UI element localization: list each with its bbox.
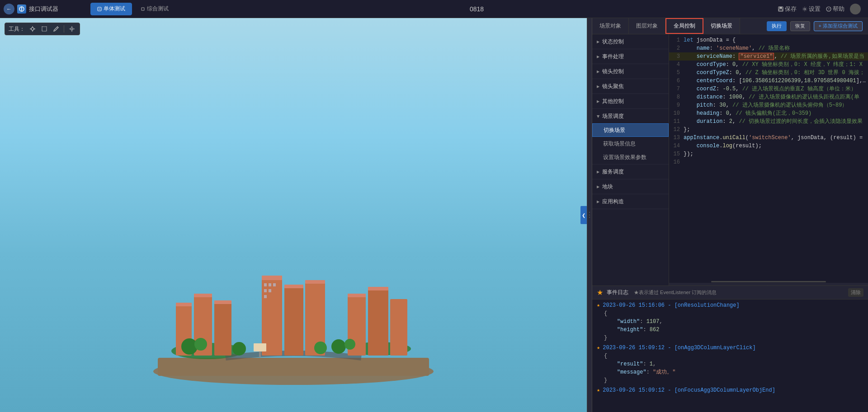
- top-bar: ← 接口调试器 单体测试 综合测试 0818 保存 设置 ? 帮助: [0, 0, 868, 18]
- event-body-2: { "result": 1, "message": "成功。" }: [604, 352, 863, 384]
- event-log-header: ★ 事件日志 ★表示通过 EventListener 订阅的消息 清除: [592, 286, 868, 300]
- chevron-icon: ▶: [597, 84, 599, 89]
- tab-integration-test[interactable]: 综合测试: [134, 3, 175, 15]
- svg-point-7: [804, 8, 806, 10]
- event-log: ★ 事件日志 ★表示通过 EventListener 订阅的消息 清除 ★ 20…: [592, 286, 868, 412]
- svg-rect-29: [284, 286, 303, 356]
- svg-rect-36: [368, 287, 388, 290]
- star-icon: ★: [597, 288, 603, 297]
- code-line-7: 7 coordZ: -0.5, // 进入场景视点的垂直Z 轴高度（单位：米）: [669, 85, 868, 93]
- restore-button[interactable]: 恢复: [790, 21, 810, 31]
- group-other-control-header[interactable]: ▶ 其他控制: [592, 94, 669, 108]
- svg-rect-51: [264, 295, 267, 298]
- svg-point-41: [344, 339, 355, 350]
- event-entry-1: ★ 2023-09-26 15:16:06 - [onResolutionCha…: [597, 301, 863, 342]
- main-tabs: 单体测试 综合测试: [90, 3, 175, 15]
- event-entry-3: ★ 2023-09-26 15:09:12 - [onFocusAgg3DCol…: [597, 386, 863, 394]
- svg-rect-24: [194, 294, 212, 297]
- svg-rect-22: [176, 303, 192, 306]
- code-line-12: 12 };: [669, 126, 868, 134]
- sidebar-item-set-scene-effect[interactable]: 设置场景效果参数: [592, 150, 669, 164]
- svg-rect-44: [254, 343, 266, 351]
- center-title: 0818: [175, 5, 778, 13]
- user-avatar[interactable]: [850, 4, 861, 14]
- group-scene-schedule-header[interactable]: ▶ 场景调度: [592, 109, 669, 123]
- tab-global-control[interactable]: 全局控制: [665, 18, 703, 34]
- event-log-content[interactable]: ★ 2023-09-26 15:16:06 - [onResolutionCha…: [592, 300, 868, 412]
- save-button[interactable]: 保存: [778, 5, 797, 13]
- code-line-9: 9 pitch: 30, // 进入场景摄像机的逻认镜头俯仰角（5~89）: [669, 101, 868, 109]
- code-editor[interactable]: 1 let jsonData = { 2 name: 'sceneName', …: [669, 34, 868, 286]
- chevron-icon: ▶: [596, 115, 600, 117]
- panel-collapse-button[interactable]: ❮: [580, 206, 587, 224]
- svg-point-10: [31, 28, 34, 30]
- cursor-tool[interactable]: [28, 25, 37, 33]
- svg-point-40: [331, 339, 346, 354]
- code-line-2: 2 name: 'sceneName', // 场景名称: [669, 44, 868, 52]
- code-line-11: 11 duration: 2, // 切换场景过渡的时间长度，会插入淡隐淡显效果: [669, 117, 868, 126]
- svg-rect-15: [42, 27, 47, 31]
- svg-rect-30: [284, 285, 303, 288]
- execute-button[interactable]: 执行: [767, 21, 787, 31]
- chevron-icon: ▶: [597, 55, 599, 59]
- chevron-icon: ▶: [597, 70, 599, 74]
- event-link-2[interactable]: 2023-09-26 15:09:12 - [onAgg3DColumnLaye…: [603, 344, 755, 352]
- svg-rect-35: [368, 288, 388, 356]
- svg-rect-49: [264, 289, 267, 292]
- event-link-1[interactable]: 2023-09-26 15:16:06 - [onResolutionChang…: [603, 301, 739, 309]
- svg-point-42: [232, 342, 246, 356]
- svg-rect-6: [779, 9, 783, 11]
- group-app-compose-header[interactable]: ▶ 应用构造: [592, 194, 669, 209]
- group-status-control-header[interactable]: ▶ 状态控制: [592, 34, 669, 49]
- settings-button[interactable]: 设置: [802, 5, 821, 13]
- clear-log-button[interactable]: 清除: [848, 288, 863, 297]
- code-line-14: 14 console.log(result);: [669, 142, 868, 150]
- app-icon: [17, 5, 26, 14]
- rect-tool[interactable]: [40, 25, 48, 33]
- pen-tool[interactable]: [52, 25, 60, 33]
- code-line-10: 10 heading: 0, // 镜头偏航角(正北，0~359): [669, 109, 868, 117]
- svg-rect-50: [269, 289, 271, 292]
- group-event-handler-header[interactable]: ▶ 事件处理: [592, 49, 669, 64]
- code-content[interactable]: 1 let jsonData = { 2 name: 'sceneName', …: [669, 34, 868, 280]
- svg-rect-26: [214, 300, 231, 304]
- svg-text:?: ?: [828, 8, 830, 11]
- tab-switch-scene[interactable]: 切换场景: [703, 18, 740, 34]
- svg-rect-48: [273, 283, 276, 286]
- sidebar-item-switch-scene[interactable]: 切换场景: [592, 123, 669, 137]
- event-link-3[interactable]: 2023-09-26 15:09:12 - [onFocusAgg3DColum…: [603, 386, 775, 394]
- tab-unit-test[interactable]: 单体测试: [90, 3, 132, 15]
- tab-scene-object[interactable]: 场景对象: [592, 18, 629, 34]
- group-land-header[interactable]: ▶ 地块: [592, 179, 669, 194]
- help-button[interactable]: ? 帮助: [826, 5, 844, 13]
- group-service-schedule-header[interactable]: ▶ 服务调度: [592, 164, 669, 179]
- event-body-1: { "width": 1107, "height": 862 }: [604, 309, 863, 342]
- group-service-schedule: ▶ 服务调度: [592, 164, 669, 179]
- svg-rect-46: [264, 283, 267, 286]
- svg-rect-32: [305, 280, 325, 284]
- chevron-icon: ▶: [597, 170, 599, 174]
- main-content: 工具：: [0, 18, 868, 412]
- svg-rect-5: [779, 7, 782, 9]
- code-line-8: 8 distance: 1000, // 进入场景摄像机的逻认镜头距视点距离(单: [669, 93, 868, 101]
- code-line-5: 5 coordTypeZ: 0, // Z 轴坐标类别，0: 相对 3D 世界 …: [669, 69, 868, 77]
- right-tab-bar: 场景对象 图层对象 全局控制 切换场景 执行 恢复 + 添加至综合测试: [592, 18, 868, 34]
- back-button[interactable]: ←: [4, 4, 14, 14]
- svg-point-43: [314, 342, 327, 354]
- svg-point-39: [194, 338, 207, 351]
- event-log-subtitle: ★表示通过 EventListener 订阅的消息: [634, 289, 717, 296]
- code-line-3: 3 serviceName: "service1", // 场景所属的服务,如果…: [669, 52, 868, 61]
- group-camera-control: ▶ 镜头控制: [592, 64, 669, 79]
- group-camera-control-header[interactable]: ▶ 镜头控制: [592, 64, 669, 79]
- tab-layer-object[interactable]: 图层对象: [629, 18, 665, 34]
- code-line-16: 16: [669, 158, 868, 166]
- code-line-13: 13 appInstance.uniCall('switchScene', js…: [669, 134, 868, 142]
- add-to-integration-button[interactable]: + 添加至综合测试: [814, 21, 863, 31]
- chevron-icon: ▶: [597, 40, 599, 44]
- api-sidebar: ▶ 状态控制 ▶ 事件处理 ▶ 镜头控制: [592, 34, 669, 286]
- group-camera-focus-header[interactable]: ▶ 镜头聚焦: [592, 79, 669, 94]
- resize-handle[interactable]: ...: [669, 283, 868, 286]
- sidebar-item-get-scene-info[interactable]: 获取场景信息: [592, 137, 669, 150]
- panel-divider[interactable]: ⋮: [587, 18, 592, 412]
- settings-tool[interactable]: [68, 25, 76, 33]
